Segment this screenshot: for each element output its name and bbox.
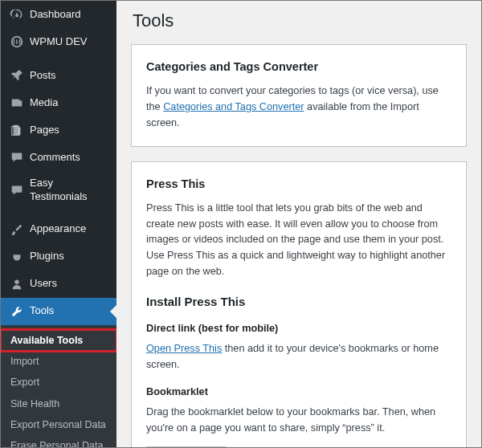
- direct-link-label: Direct link (best for mobile): [146, 321, 451, 337]
- sidebar-item-label: Media: [30, 96, 58, 110]
- admin-sidebar: Dashboard WPMU DEV Posts Media Pages Com…: [1, 1, 116, 447]
- bookmarklet-row: Press This: [146, 446, 451, 447]
- sidebar-item-dashboard[interactable]: Dashboard: [1, 1, 116, 28]
- card-converter: Categories and Tags Converter If you wan…: [131, 44, 467, 147]
- submenu-export[interactable]: Export: [1, 372, 116, 393]
- sidebar-item-label: Plugins: [30, 250, 64, 263]
- bookmarklet-label: Bookmarklet: [146, 385, 451, 401]
- submenu-export-personal-data[interactable]: Export Personal Data: [1, 414, 116, 435]
- sidebar-item-label: Tools: [30, 304, 54, 318]
- page-title: Tools: [133, 10, 467, 31]
- sidebar-item-comments[interactable]: Comments: [1, 144, 116, 171]
- sidebar-item-label: Appearance: [30, 222, 86, 236]
- press-this-description: Press This is a little tool that lets yo…: [146, 201, 451, 279]
- card-body: If you want to convert your categories t…: [146, 83, 451, 131]
- install-heading: Install Press This: [146, 292, 451, 311]
- main-content: Tools Categories and Tags Converter If y…: [116, 1, 481, 447]
- sidebar-item-wpmudev[interactable]: WPMU DEV: [1, 28, 116, 55]
- sidebar-item-appearance[interactable]: Appearance: [1, 216, 116, 243]
- sidebar-item-label: Comments: [30, 151, 80, 165]
- brush-icon: [9, 222, 25, 238]
- submenu-site-health[interactable]: Site Health: [1, 393, 116, 414]
- sidebar-item-label: WPMU DEV: [30, 35, 88, 49]
- sidebar-item-tools[interactable]: Tools: [1, 298, 116, 325]
- sidebar-submenu: Available Tools Import Export Site Healt…: [1, 325, 116, 447]
- bookmarklet-description: Drag the bookmarklet below to your bookm…: [146, 405, 451, 436]
- wrench-icon: [9, 303, 25, 320]
- sidebar-item-label: Users: [30, 277, 57, 291]
- sidebar-item-label: Pages: [30, 124, 59, 137]
- media-icon: [9, 95, 25, 111]
- card-heading: Press This: [146, 175, 451, 193]
- sidebar-item-plugins[interactable]: Plugins: [1, 243, 116, 271]
- submenu-import[interactable]: Import: [1, 351, 116, 372]
- sidebar-item-media[interactable]: Media: [1, 89, 116, 116]
- pages-icon: [9, 122, 25, 138]
- press-this-bookmarklet[interactable]: Press This: [146, 446, 227, 447]
- sidebar-item-label: Easy Testimonials: [30, 177, 110, 204]
- sidebar-item-label: Dashboard: [30, 8, 81, 22]
- comment-icon: [9, 149, 25, 165]
- card-press-this: Press This Press This is a little tool t…: [131, 161, 467, 447]
- gauge-icon: [9, 6, 25, 22]
- pin-icon: [9, 67, 25, 83]
- sidebar-item-posts[interactable]: Posts: [1, 62, 116, 89]
- card-heading: Categories and Tags Converter: [146, 58, 451, 75]
- converter-link[interactable]: Categories and Tags Converter: [163, 101, 304, 112]
- submenu-available-tools[interactable]: Available Tools: [1, 330, 116, 351]
- sidebar-item-label: Posts: [30, 69, 56, 83]
- wpmudev-icon: [9, 34, 25, 50]
- plug-icon: [9, 249, 25, 265]
- comment-icon: [9, 182, 25, 198]
- sidebar-item-easytestimonials[interactable]: Easy Testimonials: [1, 171, 116, 210]
- sidebar-item-users[interactable]: Users: [1, 271, 116, 298]
- user-icon: [9, 276, 25, 292]
- open-press-this-link[interactable]: Open Press This: [146, 343, 222, 354]
- sidebar-item-pages[interactable]: Pages: [1, 116, 116, 144]
- submenu-erase-personal-data[interactable]: Erase Personal Data: [1, 435, 116, 447]
- direct-link-line: Open Press This then add it to your devi…: [146, 341, 451, 373]
